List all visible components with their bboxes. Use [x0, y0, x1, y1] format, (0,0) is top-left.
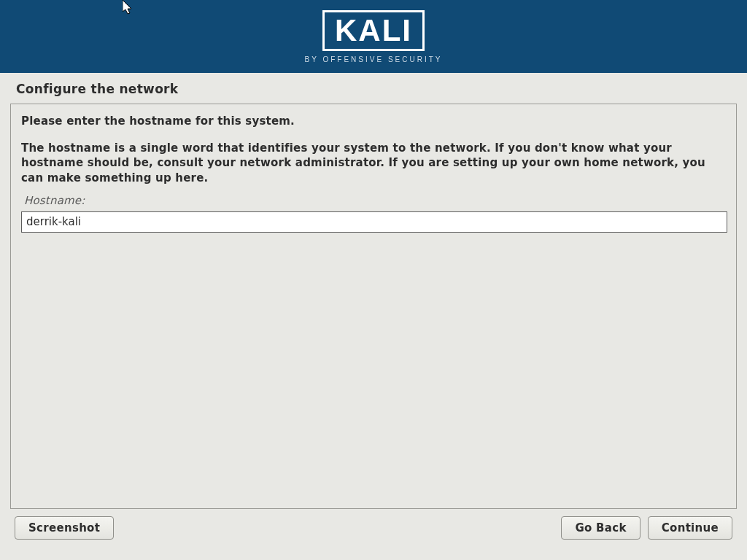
kali-logo: KALI BY OFFENSIVE SECURITY: [305, 10, 443, 63]
kali-logo-text: KALI: [335, 13, 412, 47]
kali-logo-box: KALI: [322, 10, 425, 51]
page-title: Configure the network: [0, 73, 747, 104]
hostname-prompt: Please enter the hostname for this syste…: [21, 114, 726, 128]
hostname-label: Hostname:: [21, 192, 726, 211]
hostname-input[interactable]: [21, 211, 727, 233]
button-bar: Screenshot Go Back Continue: [0, 516, 747, 560]
screenshot-button[interactable]: Screenshot: [15, 516, 114, 540]
content-frame: Please enter the hostname for this syste…: [10, 104, 737, 509]
cursor-icon: [123, 0, 136, 16]
continue-button[interactable]: Continue: [648, 516, 732, 540]
hostname-description: The hostname is a single word that ident…: [21, 141, 726, 185]
installer-banner: KALI BY OFFENSIVE SECURITY: [0, 0, 747, 73]
svg-marker-0: [123, 0, 131, 14]
kali-logo-subtitle: BY OFFENSIVE SECURITY: [305, 55, 443, 63]
go-back-button[interactable]: Go Back: [561, 516, 640, 540]
